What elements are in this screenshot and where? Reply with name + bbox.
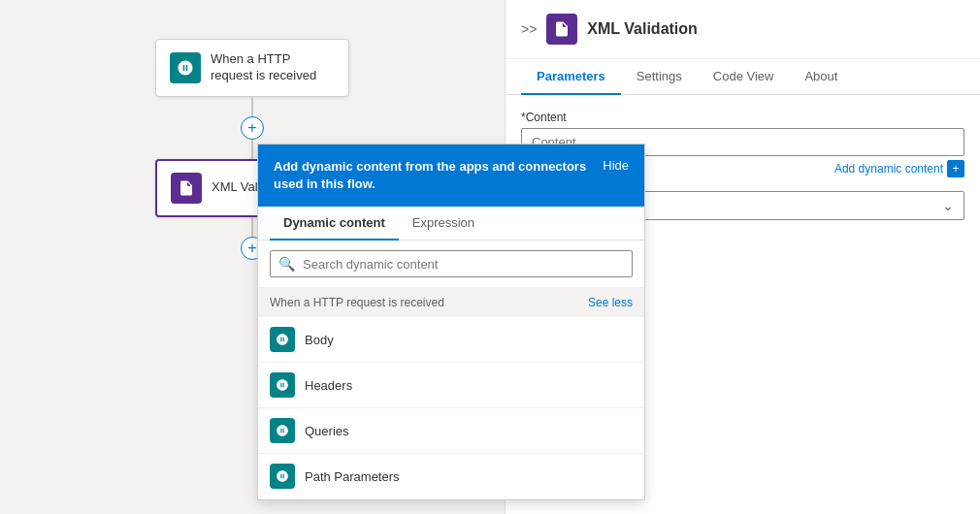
connector-line-2 — [251, 140, 253, 159]
connector-line-1 — [251, 97, 253, 116]
panel-tabs: Parameters Settings Code View About — [506, 59, 980, 95]
search-icon: 🔍 — [278, 256, 295, 272]
panel-title: XML Validation — [587, 20, 698, 38]
http-trigger-label: When a HTTP request is received — [211, 51, 335, 84]
tab-about[interactable]: About — [789, 59, 853, 95]
add-step-button-1[interactable]: + — [241, 116, 264, 140]
popup-header: Add dynamic content from the apps and co… — [258, 145, 644, 207]
tab-settings[interactable]: Settings — [621, 59, 698, 95]
popup-section-header: When a HTTP request is received See less — [258, 288, 644, 317]
popup-search-area: 🔍 — [258, 241, 644, 288]
headers-item-icon — [270, 372, 295, 398]
search-box: 🔍 — [270, 250, 633, 277]
see-less-link[interactable]: See less — [588, 296, 633, 309]
panel-header: >> XML Validation — [506, 0, 980, 59]
path-parameters-item-icon — [270, 464, 295, 489]
popup-items-list: Body Headers Queries Pa — [258, 317, 644, 499]
popup-header-text: Add dynamic content from the apps and co… — [274, 158, 591, 193]
add-dynamic-content-link[interactable]: Add dynamic content — [834, 162, 943, 176]
queries-item-label: Queries — [305, 424, 349, 438]
tab-code-view[interactable]: Code View — [698, 59, 790, 95]
connector-line-3 — [251, 217, 253, 237]
popup-section-title: When a HTTP request is received — [270, 296, 444, 309]
popup-tabs: Dynamic content Expression — [258, 207, 644, 241]
tab-parameters[interactable]: Parameters — [521, 59, 621, 95]
dynamic-content-search-input[interactable] — [303, 257, 624, 272]
path-parameters-item-label: Path Parameters — [305, 469, 400, 484]
dynamic-content-popup: Add dynamic content from the apps and co… — [257, 144, 645, 500]
panel-header-icon — [546, 14, 577, 45]
body-item-icon — [270, 327, 295, 352]
list-item[interactable]: Body — [258, 317, 644, 363]
content-label: *Content — [521, 111, 964, 124]
add-dynamic-content-button[interactable]: + — [947, 160, 964, 177]
list-item[interactable]: Path Parameters — [258, 454, 644, 499]
collapse-icon[interactable]: >> — [521, 21, 537, 37]
queries-item-icon — [270, 418, 295, 443]
xml-validation-icon — [171, 173, 202, 204]
chevron-down-icon: ⌄ — [942, 198, 954, 213]
list-item[interactable]: Queries — [258, 408, 644, 454]
hide-button[interactable]: Hide — [603, 158, 629, 173]
popup-tab-expression[interactable]: Expression — [399, 207, 488, 241]
body-item-label: Body — [305, 333, 334, 347]
http-trigger-node[interactable]: When a HTTP request is received — [155, 39, 349, 97]
list-item[interactable]: Headers — [258, 363, 644, 408]
headers-item-label: Headers — [305, 378, 352, 393]
http-trigger-icon — [170, 52, 201, 83]
popup-tab-dynamic-content[interactable]: Dynamic content — [270, 207, 399, 241]
